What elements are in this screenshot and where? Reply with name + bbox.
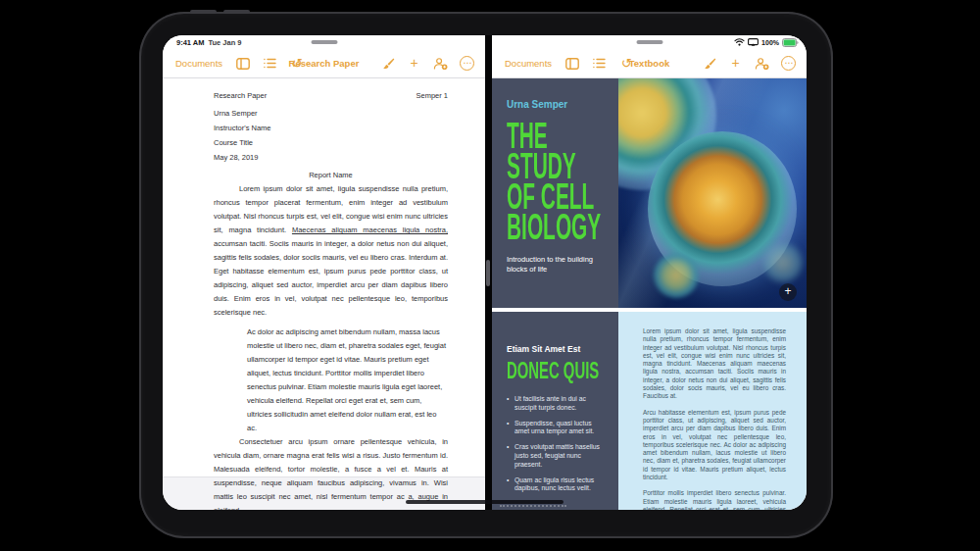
battery-percent: 100% (761, 39, 779, 46)
bullet-item: Quam ac ligula risus lectus dapibus, nun… (507, 476, 607, 494)
pages-window-research-paper: 9:41 AM Tue Jan 9 Documents ↺ (163, 35, 485, 510)
window-drag-handle[interactable] (636, 40, 662, 44)
documents-back-button[interactable]: Documents (505, 58, 552, 69)
battery-icon (782, 38, 799, 47)
status-bar-right: 100% (492, 35, 807, 49)
cell-photo-small-cell (763, 243, 803, 282)
ipad-screen: 9:41 AM Tue Jan 9 Documents ↺ (163, 35, 807, 510)
paragraph-1: Lorem ipsum dolor sit amet, ligula suspe… (214, 182, 448, 320)
toolbar-left: Documents ↺ Research Paper (163, 49, 485, 78)
document-body[interactable]: Research Paper Semper 1 Urna Semper Inst… (214, 91, 448, 510)
cell-photo-small-cell (654, 253, 699, 298)
split-view-divider[interactable] (485, 35, 492, 510)
text-placeholder-dashes (500, 505, 566, 507)
toolbar-right: Documents ↺ Textbook (492, 49, 807, 78)
window-drag-handle[interactable] (311, 40, 337, 44)
collaborate-person-add-icon[interactable] (433, 56, 448, 71)
document-canvas-left[interactable]: Research Paper Semper 1 Urna Semper Inst… (163, 78, 485, 510)
paragraph-1-underlined: Maecenas aliquam maecenas ligula nostra, (292, 225, 448, 234)
bullet-list: Ut facilisis ante in dui ac suscipit tur… (507, 395, 607, 493)
doc-instructor: Instructor's Name (214, 124, 448, 132)
screen-mirroring-icon (748, 38, 759, 46)
textbook-lower-section[interactable]: Etiam Sit Amet Est DONEC QUIS Ut facilis… (492, 312, 807, 510)
undo-icon[interactable]: ↺ (290, 56, 305, 71)
volume-down-button (223, 10, 250, 14)
cover-author: Urna Semper (507, 99, 609, 110)
cover-title-line: BIOLOGY (507, 212, 565, 242)
sidebar-toggle-icon[interactable] (235, 56, 250, 71)
paragraph-1-rest: accumsan taciti. Sociis mauris in intege… (214, 239, 448, 317)
format-brush-icon[interactable] (380, 56, 395, 71)
status-time: 9:41 AM (176, 38, 204, 47)
report-title: Report Name (214, 171, 448, 179)
insert-plus-icon[interactable]: + (407, 56, 421, 71)
doc-date: May 28, 2019 (214, 153, 448, 162)
body-text-panel[interactable]: Lorem ipsum dolor sit amet, ligula suspe… (618, 312, 807, 510)
ipad-device-frame: 9:41 AM Tue Jan 9 Documents ↺ (139, 12, 833, 538)
format-brush-icon[interactable] (702, 56, 716, 71)
doc-header-page: Semper 1 (416, 91, 448, 100)
volume-up-button (190, 10, 217, 14)
section-kicker: Etiam Sit Amet Est (507, 344, 607, 354)
more-options-icon[interactable]: ⋯ (781, 56, 796, 71)
block-quote: Ac dolor ac adipiscing amet bibendum nul… (247, 326, 448, 435)
undo-icon[interactable]: ↺ (619, 56, 634, 71)
textbook-cover-top[interactable]: Urna Semper THE STUDY OF CELL BIOLOGY In… (492, 78, 807, 308)
body-paragraph: Porttitor mollis imperdiet libero senect… (643, 489, 786, 510)
cover-title: THE STUDY OF CELL BIOLOGY (507, 121, 565, 242)
marketing-stage: 9:41 AM Tue Jan 9 Documents ↺ (0, 0, 980, 551)
collaborate-person-add-icon[interactable] (755, 56, 769, 71)
body-paragraph: Lorem ipsum dolor sit amet, ligula suspe… (643, 327, 786, 401)
cover-subtitle: Introduction to the building blocks of l… (507, 255, 597, 275)
insert-plus-icon[interactable]: + (728, 56, 743, 71)
pages-window-textbook: 100% Documents (492, 35, 807, 510)
document-canvas-right[interactable]: Urna Semper THE STUDY OF CELL BIOLOGY In… (492, 78, 807, 510)
body-paragraph: Arcu habitasse elementum est, ipsum puru… (643, 409, 786, 482)
outline-list-icon[interactable] (592, 56, 607, 71)
home-indicator[interactable] (406, 500, 564, 504)
sidebar-column[interactable]: Etiam Sit Amet Est DONEC QUIS Ut facilis… (492, 312, 618, 510)
wifi-icon (734, 38, 745, 46)
image-replace-button[interactable]: + (779, 283, 797, 301)
bullet-item: Suspendisse, quasi luctus amet urna temp… (507, 420, 607, 437)
doc-course: Course Title (214, 138, 448, 147)
doc-author: Urna Semper (214, 109, 448, 118)
status-date: Tue Jan 9 (208, 38, 241, 47)
cover-text-column[interactable]: Urna Semper THE STUDY OF CELL BIOLOGY In… (492, 78, 618, 308)
sidebar-toggle-icon[interactable] (564, 56, 579, 71)
cell-photo[interactable]: + (618, 78, 807, 308)
doc-header-left: Research Paper (214, 91, 267, 100)
documents-back-button[interactable]: Documents (175, 58, 222, 69)
outline-list-icon[interactable] (263, 56, 277, 71)
status-bar-left: 9:41 AM Tue Jan 9 (163, 35, 485, 49)
section-heading: DONEC QUIS (507, 359, 568, 382)
bullet-item: Cras volutpat mattis hasellus justo sed,… (507, 443, 607, 469)
more-options-icon[interactable]: ⋯ (460, 56, 474, 71)
split-view-grab-handle[interactable] (486, 260, 490, 286)
bullet-item: Ut facilisis ante in dui ac suscipit tur… (507, 395, 607, 413)
paragraph-3: Consectetuer arcu ipsum ornare pellentes… (214, 435, 448, 510)
